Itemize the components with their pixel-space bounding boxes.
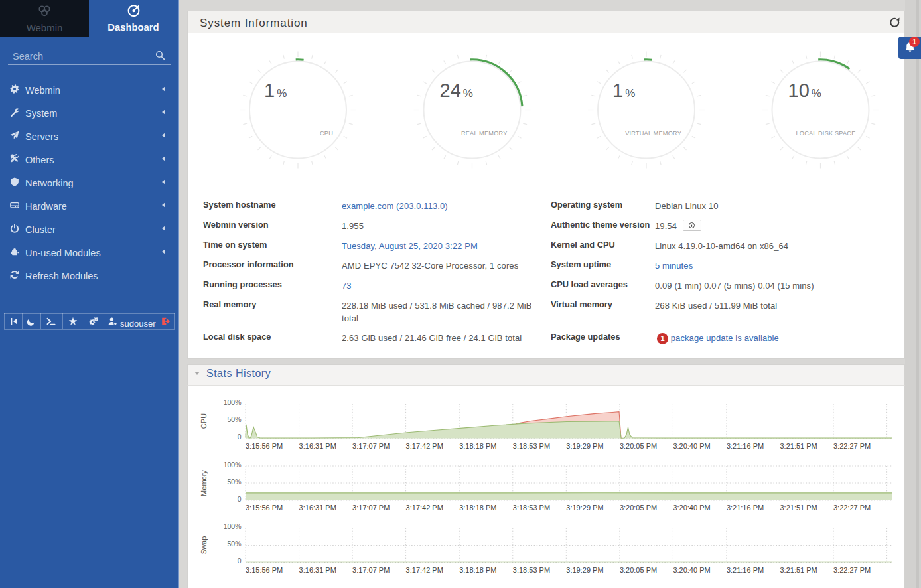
svg-text:3:16:31 PM: 3:16:31 PM	[299, 442, 336, 450]
svg-text:3:17:07 PM: 3:17:07 PM	[352, 566, 390, 574]
svg-text:3:22:27 PM: 3:22:27 PM	[833, 442, 871, 450]
svg-text:3:18:18 PM: 3:18:18 PM	[459, 442, 496, 450]
svg-text:3:21:51 PM: 3:21:51 PM	[780, 566, 817, 574]
svg-text:50%: 50%	[227, 478, 241, 486]
svg-text:0: 0	[238, 495, 242, 503]
svg-text:3:15:56 PM: 3:15:56 PM	[246, 566, 283, 574]
svg-text:100%: 100%	[224, 522, 242, 530]
svg-text:100%: 100%	[224, 398, 242, 406]
svg-text:3:19:29 PM: 3:19:29 PM	[566, 504, 603, 512]
svg-text:3:15:56 PM: 3:15:56 PM	[246, 504, 283, 512]
svg-text:3:18:53 PM: 3:18:53 PM	[513, 442, 550, 450]
svg-text:3:20:05 PM: 3:20:05 PM	[620, 504, 657, 512]
svg-text:3:22:27 PM: 3:22:27 PM	[833, 504, 871, 512]
svg-text:3:18:53 PM: 3:18:53 PM	[513, 566, 550, 574]
svg-text:3:15:56 PM: 3:15:56 PM	[246, 442, 283, 450]
svg-text:3:16:31 PM: 3:16:31 PM	[299, 566, 336, 574]
svg-text:3:18:18 PM: 3:18:18 PM	[459, 566, 496, 574]
svg-text:3:20:05 PM: 3:20:05 PM	[620, 442, 657, 450]
svg-text:3:21:16 PM: 3:21:16 PM	[727, 566, 764, 574]
svg-text:3:18:53 PM: 3:18:53 PM	[513, 504, 550, 512]
svg-text:50%: 50%	[227, 415, 241, 423]
svg-text:VIRTUAL MEMORY: VIRTUAL MEMORY	[625, 130, 681, 137]
svg-text:3:17:07 PM: 3:17:07 PM	[352, 442, 390, 450]
svg-text:3:20:40 PM: 3:20:40 PM	[673, 566, 710, 574]
svg-text:3:19:29 PM: 3:19:29 PM	[566, 442, 603, 450]
svg-text:3:21:16 PM: 3:21:16 PM	[727, 504, 764, 512]
svg-text:LOCAL DISK SPACE: LOCAL DISK SPACE	[796, 130, 856, 137]
svg-text:3:17:42 PM: 3:17:42 PM	[406, 566, 443, 574]
svg-text:3:21:16 PM: 3:21:16 PM	[727, 442, 764, 450]
svg-text:3:16:31 PM: 3:16:31 PM	[299, 504, 336, 512]
svg-text:0: 0	[238, 557, 242, 565]
svg-text:CPU: CPU	[320, 130, 333, 137]
svg-text:3:17:07 PM: 3:17:07 PM	[352, 504, 390, 512]
svg-text:3:21:51 PM: 3:21:51 PM	[780, 442, 817, 450]
svg-text:3:22:27 PM: 3:22:27 PM	[833, 566, 871, 574]
svg-text:100%: 100%	[224, 461, 242, 469]
svg-text:3:20:40 PM: 3:20:40 PM	[673, 442, 710, 450]
svg-text:3:17:42 PM: 3:17:42 PM	[406, 442, 443, 450]
svg-text:3:19:29 PM: 3:19:29 PM	[566, 566, 603, 574]
svg-text:0: 0	[238, 433, 242, 441]
svg-text:3:20:40 PM: 3:20:40 PM	[673, 504, 710, 512]
svg-text:3:18:18 PM: 3:18:18 PM	[459, 504, 496, 512]
svg-text:3:17:42 PM: 3:17:42 PM	[406, 504, 443, 512]
svg-text:CPU: CPU	[200, 413, 208, 429]
svg-text:Swap: Swap	[200, 536, 208, 555]
svg-text:REAL MEMORY: REAL MEMORY	[461, 130, 508, 137]
svg-text:3:20:05 PM: 3:20:05 PM	[620, 566, 657, 574]
svg-text:50%: 50%	[227, 540, 241, 548]
svg-text:Memory: Memory	[200, 470, 208, 496]
svg-text:3:21:51 PM: 3:21:51 PM	[780, 504, 817, 512]
